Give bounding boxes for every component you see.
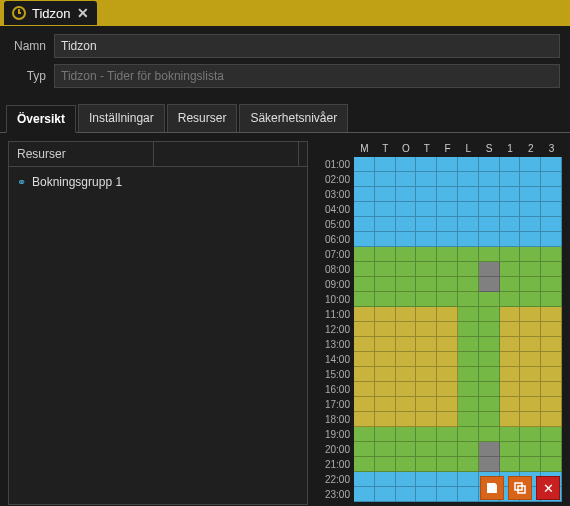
schedule-cell[interactable] <box>479 247 500 262</box>
schedule-cell[interactable] <box>396 292 417 307</box>
schedule-cell[interactable] <box>479 202 500 217</box>
schedule-cell[interactable] <box>458 487 479 502</box>
schedule-cell[interactable] <box>375 322 396 337</box>
schedule-cell[interactable] <box>354 382 375 397</box>
schedule-cell[interactable] <box>479 397 500 412</box>
schedule-cell[interactable] <box>416 352 437 367</box>
schedule-cell[interactable] <box>396 232 417 247</box>
schedule-cell[interactable] <box>416 247 437 262</box>
tab-sakerhetsnivaer[interactable]: Säkerhetsnivåer <box>239 104 348 132</box>
schedule-cell[interactable] <box>458 247 479 262</box>
schedule-cell[interactable] <box>375 412 396 427</box>
schedule-cell[interactable] <box>520 457 541 472</box>
schedule-cell[interactable] <box>541 442 562 457</box>
schedule-cell[interactable] <box>500 202 521 217</box>
schedule-cell[interactable] <box>541 262 562 277</box>
schedule-cell[interactable] <box>437 217 458 232</box>
schedule-cell[interactable] <box>396 457 417 472</box>
schedule-cell[interactable] <box>375 232 396 247</box>
close-button[interactable]: ✕ <box>536 476 560 500</box>
schedule-cell[interactable] <box>520 217 541 232</box>
schedule-cell[interactable] <box>479 322 500 337</box>
schedule-cell[interactable] <box>437 262 458 277</box>
schedule-cell[interactable] <box>396 262 417 277</box>
schedule-cell[interactable] <box>437 352 458 367</box>
schedule-cell[interactable] <box>541 397 562 412</box>
schedule-cell[interactable] <box>437 457 458 472</box>
schedule-cell[interactable] <box>541 352 562 367</box>
app-tab[interactable]: Tidzon ✕ <box>4 1 97 25</box>
schedule-cell[interactable] <box>541 217 562 232</box>
schedule-cell[interactable] <box>520 202 541 217</box>
schedule-cell[interactable] <box>396 322 417 337</box>
schedule-cell[interactable] <box>437 232 458 247</box>
schedule-cell[interactable] <box>458 187 479 202</box>
schedule-cell[interactable] <box>437 247 458 262</box>
schedule-cell[interactable] <box>354 307 375 322</box>
schedule-cell[interactable] <box>396 337 417 352</box>
schedule-cell[interactable] <box>500 187 521 202</box>
schedule-cell[interactable] <box>416 217 437 232</box>
schedule-cell[interactable] <box>396 202 417 217</box>
schedule-cell[interactable] <box>500 442 521 457</box>
schedule-cell[interactable] <box>375 382 396 397</box>
schedule-cell[interactable] <box>520 247 541 262</box>
tab-oversikt[interactable]: Översikt <box>6 105 76 133</box>
schedule-cell[interactable] <box>354 202 375 217</box>
schedule-cell[interactable] <box>479 262 500 277</box>
schedule-cell[interactable] <box>479 187 500 202</box>
schedule-cell[interactable] <box>354 262 375 277</box>
schedule-cell[interactable] <box>416 202 437 217</box>
schedule-cell[interactable] <box>541 247 562 262</box>
schedule-cell[interactable] <box>479 457 500 472</box>
schedule-cell[interactable] <box>541 232 562 247</box>
schedule-cell[interactable] <box>437 412 458 427</box>
schedule-cell[interactable] <box>416 457 437 472</box>
schedule-cell[interactable] <box>354 397 375 412</box>
schedule-cell[interactable] <box>479 157 500 172</box>
schedule-cell[interactable] <box>354 292 375 307</box>
schedule-cell[interactable] <box>396 187 417 202</box>
schedule-cell[interactable] <box>416 397 437 412</box>
schedule-cell[interactable] <box>416 427 437 442</box>
schedule-cell[interactable] <box>354 472 375 487</box>
schedule-cell[interactable] <box>354 247 375 262</box>
schedule-cell[interactable] <box>500 292 521 307</box>
schedule-cell[interactable] <box>520 262 541 277</box>
schedule-cell[interactable] <box>437 487 458 502</box>
schedule-cell[interactable] <box>375 307 396 322</box>
schedule-cell[interactable] <box>416 262 437 277</box>
schedule-cell[interactable] <box>458 292 479 307</box>
schedule-cell[interactable] <box>458 457 479 472</box>
schedule-cell[interactable] <box>479 427 500 442</box>
schedule-cell[interactable] <box>520 397 541 412</box>
schedule-cell[interactable] <box>354 217 375 232</box>
schedule-cell[interactable] <box>458 217 479 232</box>
schedule-cell[interactable] <box>520 322 541 337</box>
schedule-cell[interactable] <box>375 397 396 412</box>
schedule-cell[interactable] <box>437 172 458 187</box>
schedule-cell[interactable] <box>500 157 521 172</box>
schedule-cell[interactable] <box>396 472 417 487</box>
schedule-cell[interactable] <box>354 232 375 247</box>
resource-item[interactable]: ⚭ Bokningsgrupp 1 <box>9 171 307 193</box>
schedule-cell[interactable] <box>396 397 417 412</box>
schedule-cell[interactable] <box>396 247 417 262</box>
schedule-cell[interactable] <box>520 172 541 187</box>
schedule-cell[interactable] <box>396 172 417 187</box>
schedule-cell[interactable] <box>416 292 437 307</box>
schedule-cell[interactable] <box>375 262 396 277</box>
resources-header-col2[interactable] <box>154 142 299 166</box>
schedule-cell[interactable] <box>520 382 541 397</box>
schedule-cell[interactable] <box>416 337 437 352</box>
schedule-cell[interactable] <box>396 442 417 457</box>
schedule-cell[interactable] <box>354 367 375 382</box>
schedule-cell[interactable] <box>458 202 479 217</box>
schedule-cell[interactable] <box>458 397 479 412</box>
schedule-cell[interactable] <box>500 397 521 412</box>
schedule-cell[interactable] <box>520 277 541 292</box>
schedule-cell[interactable] <box>396 157 417 172</box>
schedule-cell[interactable] <box>354 322 375 337</box>
schedule-cell[interactable] <box>354 352 375 367</box>
schedule-cell[interactable] <box>479 232 500 247</box>
